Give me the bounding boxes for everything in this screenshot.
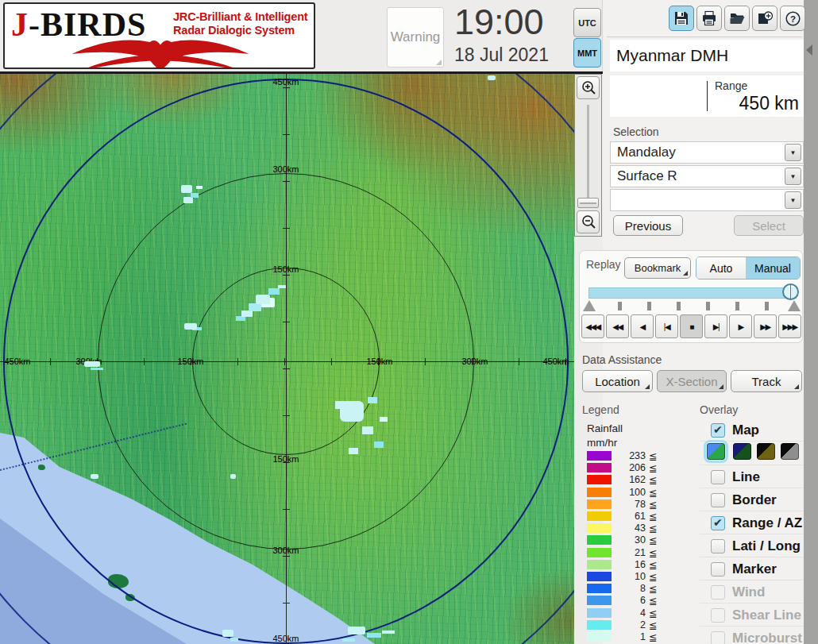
zoom-in-button[interactable] [577, 76, 600, 99]
radar-echo [222, 630, 233, 637]
previous-button[interactable]: Previous [613, 215, 683, 236]
open-file-button[interactable] [724, 6, 750, 31]
save-button[interactable] [669, 6, 694, 31]
chevron-down-icon[interactable]: ▼ [785, 168, 801, 185]
overlay-row-lati-long[interactable]: Lati / Long [700, 535, 803, 557]
checkbox-map[interactable] [711, 423, 725, 438]
mmt-button[interactable]: MMT [573, 38, 601, 67]
product-dropdown[interactable]: Surface R ▼ [610, 165, 804, 187]
rewind-fast-button[interactable]: ◀◀◀ [581, 314, 604, 338]
overlay-row-wind: Wind [700, 581, 803, 604]
select-button[interactable]: Select [734, 215, 804, 236]
ring-label: 300km [461, 357, 488, 366]
legend-color-swatch [587, 488, 612, 497]
warning-label: Warning [391, 29, 441, 45]
legend-row: 21≦ [587, 547, 682, 559]
utc-button[interactable]: UTC [573, 8, 601, 37]
add-image-button[interactable] [752, 6, 777, 31]
step-back-button[interactable]: |◀ [655, 314, 678, 338]
radar-map[interactable]: 450km 300km 150km 150km 300km 450km 450k… [0, 74, 574, 644]
bookmark-button[interactable]: Bookmark [624, 257, 691, 279]
checkbox-range-az[interactable] [711, 516, 725, 530]
zoom-slider-thumb[interactable] [577, 198, 599, 208]
map-style-terrain[interactable] [707, 443, 725, 460]
replay-slider-track[interactable] [588, 287, 797, 299]
legend-color-swatch [587, 535, 612, 545]
overlay-row-line[interactable]: Line [700, 466, 803, 488]
xsection-button[interactable]: X-Section [657, 370, 727, 392]
station-title-box: Myanmar DMH [610, 40, 804, 71]
manual-button[interactable]: Manual [746, 257, 800, 279]
forward-button[interactable]: ▶▶ [754, 314, 777, 338]
zoom-out-button[interactable] [577, 210, 600, 233]
legend-operator: ≦ [649, 487, 657, 499]
step-forward-button[interactable]: ▶| [704, 314, 727, 338]
legend-row: 10≦ [587, 571, 682, 583]
zoom-slider-track[interactable] [587, 105, 589, 205]
legend-color-swatch [587, 463, 612, 472]
checkbox-line[interactable] [711, 470, 725, 484]
play-button[interactable]: ▶ [729, 314, 752, 338]
legend-color-swatch [587, 572, 612, 581]
map-style-olive[interactable] [757, 443, 775, 460]
chevron-down-icon[interactable]: ▼ [785, 191, 801, 209]
save-icon [673, 10, 689, 26]
option-dropdown[interactable]: ▼ [610, 189, 804, 211]
replay-slider-thumb[interactable] [782, 283, 799, 300]
legend-operator: ≦ [649, 547, 657, 559]
legend-row: 206≦ [587, 462, 682, 474]
map-style-dark[interactable] [733, 443, 751, 460]
warning-button[interactable]: Warning [387, 7, 444, 67]
legend-row: 2≦ [587, 619, 682, 631]
image-plus-icon [757, 10, 774, 27]
auto-button[interactable]: Auto [696, 257, 746, 279]
checkbox-marker[interactable] [711, 562, 725, 577]
print-button[interactable] [696, 6, 722, 31]
legend-color-swatch [587, 451, 612, 461]
replay-panel: Replay Bookmark Auto Manual ◀◀◀ ◀◀ ◀ |◀ … [579, 250, 803, 343]
play-reverse-button[interactable]: ◀ [631, 314, 654, 338]
ring-label: 150km [272, 264, 299, 274]
legend-value: 6 [612, 595, 646, 606]
open-folder-icon [729, 10, 745, 26]
legend-row: 43≦ [587, 523, 682, 534]
radar-echo [181, 185, 192, 193]
svg-text:?: ? [789, 13, 795, 23]
rewind-button[interactable]: ◀◀ [606, 314, 629, 338]
location-button[interactable]: Location [582, 370, 653, 392]
legend-operator: ≦ [649, 559, 657, 571]
overlay-item-label: Marker [732, 561, 777, 577]
legend-value: 16 [612, 559, 646, 570]
range-value: 450 km [739, 93, 799, 114]
legend-color-swatch [587, 548, 612, 557]
map-style-gray[interactable] [781, 443, 799, 460]
help-icon: ? [785, 10, 801, 27]
checkbox-border[interactable] [711, 493, 725, 507]
overlay-row-map[interactable]: Map [700, 419, 803, 442]
legend-row: 100≦ [587, 487, 682, 499]
replay-label: Replay [586, 258, 621, 271]
checkbox-lati-long[interactable] [711, 539, 725, 553]
overlay-row-microburst: Microburst [700, 627, 803, 644]
legend-operator: ≦ [649, 534, 657, 546]
track-button[interactable]: Track [731, 370, 802, 392]
help-button[interactable]: ? [780, 6, 805, 31]
panel-collapse-icon[interactable] [806, 44, 812, 56]
auto-manual-toggle: Auto Manual [696, 256, 801, 280]
legend-operator: ≦ [649, 523, 657, 534]
overlay-row-marker[interactable]: Marker [700, 558, 803, 580]
slider-end-marker [788, 300, 801, 311]
station-dropdown[interactable]: Mandalay ▼ [610, 141, 804, 164]
chevron-down-icon[interactable]: ▼ [785, 144, 801, 161]
product-dropdown-value: Surface R [611, 168, 785, 184]
legend-value: 2 [612, 619, 646, 631]
forward-fast-button[interactable]: ▶▶▶ [778, 314, 801, 338]
legend-row: 16≦ [587, 559, 682, 571]
ring-label: 150km [272, 454, 299, 464]
overlay-row-border[interactable]: Border [700, 489, 803, 511]
legend-value: 30 [612, 534, 646, 546]
legend-value: 21 [612, 547, 646, 558]
stop-button[interactable]: ■ [680, 314, 703, 338]
overlay-row-range-az[interactable]: Range / AZ [700, 512, 803, 534]
legend-row: 6≦ [587, 595, 682, 607]
